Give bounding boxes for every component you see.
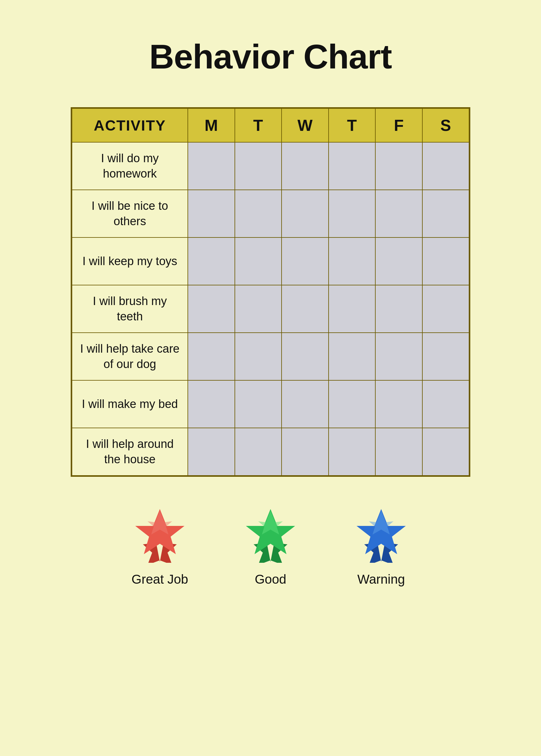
table-row: I will do my homework [72, 142, 469, 190]
table-row: I will brush my teeth [72, 285, 469, 333]
day-cell-4-3[interactable] [328, 333, 375, 380]
day-cell-5-3[interactable] [328, 380, 375, 428]
day-cell-2-5[interactable] [422, 237, 469, 285]
legend-section: Great Job Good Warning [129, 504, 412, 587]
warning-star [350, 504, 412, 563]
day-cell-1-1[interactable] [235, 190, 281, 237]
good-label: Good [255, 572, 286, 587]
activity-cell-4: I will help take care of our dog [72, 333, 188, 380]
day-cell-3-1[interactable] [235, 285, 281, 333]
great-job-star [129, 504, 191, 563]
day-cell-1-0[interactable] [188, 190, 235, 237]
day-cell-6-5[interactable] [422, 428, 469, 475]
day-cell-5-2[interactable] [281, 380, 328, 428]
day-cell-0-0[interactable] [188, 142, 235, 190]
day-cell-4-0[interactable] [188, 333, 235, 380]
day-cell-1-5[interactable] [422, 190, 469, 237]
day-cell-5-1[interactable] [235, 380, 281, 428]
table-row: I will keep my toys [72, 237, 469, 285]
day-cell-4-2[interactable] [281, 333, 328, 380]
great-job-label: Great Job [132, 572, 188, 587]
activity-cell-2: I will keep my toys [72, 237, 188, 285]
warning-label: Warning [357, 572, 405, 587]
activity-cell-0: I will do my homework [72, 142, 188, 190]
day-cell-0-1[interactable] [235, 142, 281, 190]
behavior-chart: ACTIVITY M T W T F S I will do my homewo… [71, 107, 470, 477]
legend-item-great-job: Great Job [129, 504, 191, 587]
day-cell-2-3[interactable] [328, 237, 375, 285]
table-row: I will help take care of our dog [72, 333, 469, 380]
day-cell-3-2[interactable] [281, 285, 328, 333]
page-title: Behavior Chart [149, 37, 392, 77]
day-cell-1-4[interactable] [375, 190, 422, 237]
day-header-tue: T [235, 109, 281, 142]
day-cell-0-4[interactable] [375, 142, 422, 190]
table-row: I will help around the house [72, 428, 469, 475]
activity-cell-3: I will brush my teeth [72, 285, 188, 333]
day-header-mon: M [188, 109, 235, 142]
day-cell-2-4[interactable] [375, 237, 422, 285]
activity-cell-6: I will help around the house [72, 428, 188, 475]
day-cell-5-0[interactable] [188, 380, 235, 428]
day-cell-0-5[interactable] [422, 142, 469, 190]
page: Behavior Chart ACTIVITY M T W T F S I wi… [0, 0, 541, 756]
day-cell-6-1[interactable] [235, 428, 281, 475]
day-cell-2-0[interactable] [188, 237, 235, 285]
day-cell-6-2[interactable] [281, 428, 328, 475]
day-header-wed: W [281, 109, 328, 142]
day-cell-5-5[interactable] [422, 380, 469, 428]
legend-item-good: Good [240, 504, 301, 587]
table-row: I will be nice to others [72, 190, 469, 237]
day-header-sat: S [422, 109, 469, 142]
legend-item-warning: Warning [350, 504, 412, 587]
activity-column-header: ACTIVITY [72, 109, 188, 142]
day-cell-6-3[interactable] [328, 428, 375, 475]
activity-cell-5: I will make my bed [72, 380, 188, 428]
good-star [240, 504, 301, 563]
day-cell-3-5[interactable] [422, 285, 469, 333]
day-cell-4-4[interactable] [375, 333, 422, 380]
day-cell-6-4[interactable] [375, 428, 422, 475]
day-cell-5-4[interactable] [375, 380, 422, 428]
day-header-fri: F [375, 109, 422, 142]
day-cell-3-3[interactable] [328, 285, 375, 333]
day-cell-0-2[interactable] [281, 142, 328, 190]
activity-cell-1: I will be nice to others [72, 190, 188, 237]
day-cell-1-3[interactable] [328, 190, 375, 237]
day-cell-6-0[interactable] [188, 428, 235, 475]
day-cell-3-4[interactable] [375, 285, 422, 333]
day-cell-2-2[interactable] [281, 237, 328, 285]
day-cell-4-1[interactable] [235, 333, 281, 380]
day-header-thu: T [328, 109, 375, 142]
table-header-row: ACTIVITY M T W T F S [72, 109, 469, 142]
day-cell-3-0[interactable] [188, 285, 235, 333]
day-cell-4-5[interactable] [422, 333, 469, 380]
day-cell-0-3[interactable] [328, 142, 375, 190]
table-row: I will make my bed [72, 380, 469, 428]
day-cell-2-1[interactable] [235, 237, 281, 285]
day-cell-1-2[interactable] [281, 190, 328, 237]
